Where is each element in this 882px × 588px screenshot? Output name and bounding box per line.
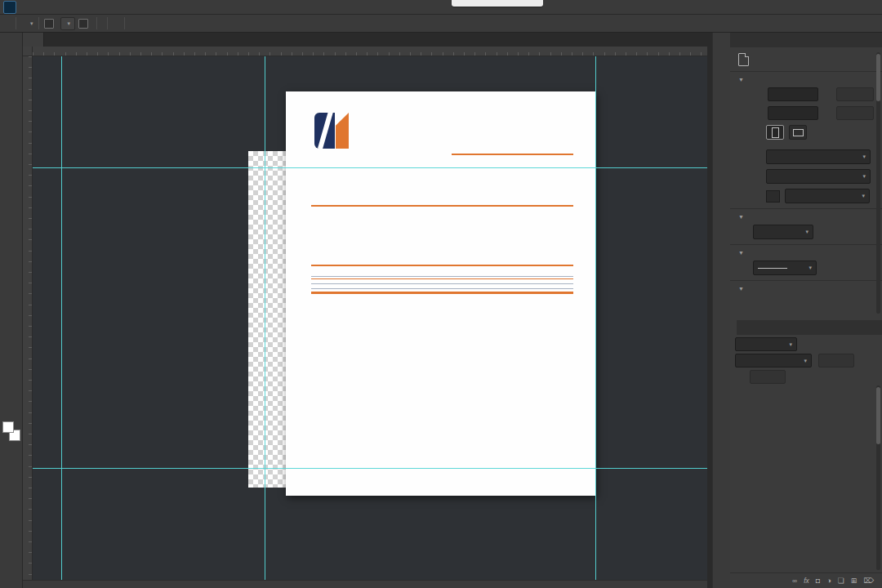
subtotal-row: [311, 288, 573, 289]
document-tab[interactable]: [23, 33, 44, 47]
divider: [107, 17, 108, 29]
layers-body: ▾ ▾: [730, 335, 882, 588]
divider: [124, 17, 125, 29]
expand-panels-icon[interactable]: [713, 33, 731, 44]
chevron-down-icon: ▼: [738, 77, 744, 82]
rulers-grids-buttons-row: ▾: [738, 225, 874, 239]
width-field[interactable]: [768, 87, 818, 101]
opacity-field[interactable]: [818, 354, 854, 368]
auto-select-checkbox[interactable]: [44, 19, 54, 29]
chevron-down-icon: ▾: [789, 341, 792, 348]
activity-sections: [311, 274, 573, 294]
quick-actions-section-header[interactable]: ▼: [738, 286, 874, 292]
foreground-color-swatch[interactable]: [2, 421, 14, 433]
foreground-background-colors[interactable]: [2, 421, 20, 441]
new-layer-icon[interactable]: ⊞: [851, 577, 858, 585]
bank-logo-navy-shape: [314, 113, 335, 149]
mode-row: ▾: [738, 149, 874, 164]
blend-row: ▾: [730, 351, 882, 368]
document-type-row: [738, 53, 874, 66]
bank-logo-orange-shape: [336, 113, 349, 149]
tools-panel: [0, 33, 23, 588]
canvas-section-header[interactable]: ▼: [738, 77, 874, 82]
guides-section-header[interactable]: ▼: [738, 250, 874, 256]
canvas-width-row: [738, 87, 874, 101]
bank-logo: [314, 113, 349, 149]
panel-tab-strip: [730, 320, 882, 335]
photoshop-logo-icon: [3, 1, 16, 14]
landscape-orientation-button[interactable]: [789, 125, 807, 140]
divider: [730, 208, 882, 209]
filter-kind-dropdown[interactable]: ▾: [735, 337, 797, 351]
divider: [730, 280, 882, 281]
chevron-down-icon: ▼: [738, 250, 744, 256]
orientation-row: [738, 125, 874, 140]
bit-depth-row: ▾: [738, 169, 874, 184]
guide-horizontal[interactable]: [33, 468, 707, 469]
tool-options-bar: ▾ ▾: [0, 15, 882, 33]
rulers-grids-section-header[interactable]: ▼: [738, 214, 874, 220]
add-layer-mask-icon[interactable]: ◘: [816, 577, 820, 585]
color-mode-dropdown[interactable]: ▾: [766, 149, 871, 164]
subtotal-row: [311, 283, 573, 284]
canvas-height-row: [738, 106, 874, 120]
account-summary-title: [311, 205, 573, 207]
layer-effects-icon[interactable]: fx: [804, 577, 809, 585]
chevron-down-icon: ▾: [808, 265, 812, 271]
link-layers-icon[interactable]: ∞: [792, 577, 797, 585]
auto-select-target-dropdown[interactable]: ▾: [60, 17, 76, 30]
chevron-down-icon: ▾: [862, 154, 866, 160]
chevron-down-icon[interactable]: ▾: [30, 20, 33, 27]
tab-layers[interactable]: [730, 320, 737, 335]
scrollbar-thumb[interactable]: [876, 387, 880, 444]
section-other-credits: [311, 282, 573, 284]
bit-depth-dropdown[interactable]: ▾: [766, 169, 871, 184]
new-group-icon[interactable]: ❏: [838, 577, 844, 585]
document-icon: [738, 53, 749, 66]
horizontal-ruler[interactable]: [33, 47, 707, 56]
guide-vertical[interactable]: [61, 56, 62, 580]
document-tab-bar: [23, 33, 707, 47]
properties-panel: ▼: [730, 33, 882, 320]
fill-dropdown[interactable]: ▾: [785, 189, 870, 203]
show-transform-checkbox[interactable]: [78, 19, 88, 29]
blend-mode-dropdown[interactable]: ▾: [735, 354, 812, 368]
section-divider: [311, 278, 573, 279]
guide-vertical[interactable]: [595, 56, 596, 580]
status-bar: [23, 580, 707, 588]
divider: [96, 17, 97, 29]
menu-bar: [0, 0, 882, 15]
statement-info-rows: [452, 155, 573, 157]
fill-field[interactable]: [750, 370, 786, 384]
statement-end-divider: [311, 292, 573, 294]
guide-style-dropdown[interactable]: ▾: [753, 261, 817, 275]
chevron-down-icon: ▼: [738, 286, 744, 292]
scrollbar-thumb[interactable]: [876, 54, 880, 101]
chevron-down-icon: ▾: [804, 358, 807, 364]
fill-swatch[interactable]: [766, 190, 780, 203]
properties-body: ▼: [730, 47, 882, 320]
portrait-orientation-button[interactable]: [766, 125, 784, 140]
daily-activity-title: [311, 265, 573, 266]
guide-horizontal[interactable]: [33, 167, 707, 168]
landscape-icon: [793, 129, 804, 136]
delete-layer-icon[interactable]: ⌦: [863, 577, 874, 585]
chevron-down-icon: ▾: [862, 193, 865, 199]
ruler-corner: [23, 47, 33, 56]
document-canvas[interactable]: [286, 91, 595, 496]
filter-row: ▾: [730, 335, 882, 351]
chevron-down-icon: ▾: [862, 173, 866, 180]
guide-vertical[interactable]: [265, 56, 265, 580]
units-dropdown[interactable]: ▾: [753, 225, 813, 239]
new-adjustment-layer-icon[interactable]: ◑: [826, 577, 831, 585]
chevron-down-icon: ▼: [738, 214, 744, 220]
vertical-ruler[interactable]: [23, 56, 33, 580]
height-field[interactable]: [768, 106, 818, 120]
chevron-down-icon: ▾: [68, 20, 71, 27]
section-electronic-deposits: [311, 274, 573, 279]
line-style-icon: [758, 268, 787, 269]
layers-footer: ∞ fx ◘ ◑ ❏ ⊞ ⌦: [730, 572, 882, 588]
chevron-down-icon: ▾: [805, 229, 808, 235]
os-titlebar-pill: [452, 0, 543, 7]
canvas-area[interactable]: [33, 56, 707, 580]
